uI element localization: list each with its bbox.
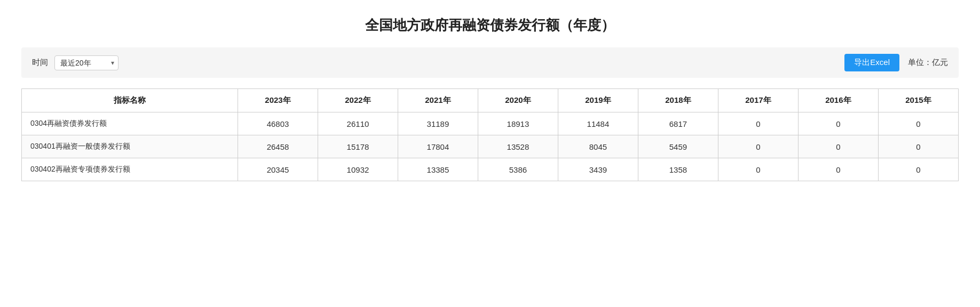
col-header-2019: 2019年 <box>558 89 638 112</box>
cell-value: 18913 <box>478 112 558 135</box>
col-header-2022: 2022年 <box>318 89 398 112</box>
time-select[interactable]: 最近5年 最近10年 最近20年 全部 <box>54 55 118 70</box>
cell-value: 0 <box>878 135 958 158</box>
toolbar: 时间 最近5年 最近10年 最近20年 全部 导出Excel 单位：亿元 <box>21 47 959 78</box>
cell-value: 6817 <box>638 112 718 135</box>
cell-value: 10932 <box>318 158 398 181</box>
cell-value: 26458 <box>238 135 318 158</box>
cell-value: 0 <box>878 158 958 181</box>
col-header-2023: 2023年 <box>238 89 318 112</box>
col-header-2016: 2016年 <box>798 89 878 112</box>
cell-value: 26110 <box>318 112 398 135</box>
col-header-name: 指标名称 <box>22 89 238 112</box>
cell-value: 3439 <box>558 158 638 181</box>
table-header-row: 指标名称 2023年 2022年 2021年 2020年 2019年 2018年… <box>22 89 959 112</box>
cell-indicator-name: 030402再融资专项债券发行额 <box>22 158 238 181</box>
cell-indicator-name: 030401再融资一般债券发行额 <box>22 135 238 158</box>
cell-value: 5459 <box>638 135 718 158</box>
cell-value: 11484 <box>558 112 638 135</box>
col-header-2020: 2020年 <box>478 89 558 112</box>
cell-value: 31189 <box>398 112 478 135</box>
col-header-2021: 2021年 <box>398 89 478 112</box>
table-row: 030402再融资专项债券发行额203451093213385538634391… <box>22 158 959 181</box>
cell-value: 13528 <box>478 135 558 158</box>
cell-value: 8045 <box>558 135 638 158</box>
col-header-2018: 2018年 <box>638 89 718 112</box>
time-select-wrapper[interactable]: 最近5年 最近10年 最近20年 全部 <box>54 55 118 70</box>
cell-value: 17804 <box>398 135 478 158</box>
time-label: 时间 <box>32 58 48 68</box>
cell-value: 13385 <box>398 158 478 181</box>
main-container: 全国地方政府再融资债券发行额（年度） 时间 最近5年 最近10年 最近20年 全… <box>0 0 980 307</box>
cell-value: 20345 <box>238 158 318 181</box>
cell-value: 0 <box>718 158 798 181</box>
cell-value: 0 <box>718 135 798 158</box>
toolbar-left: 时间 最近5年 最近10年 最近20年 全部 <box>32 55 844 70</box>
data-table: 指标名称 2023年 2022年 2021年 2020年 2019年 2018年… <box>21 88 959 181</box>
col-header-2017: 2017年 <box>718 89 798 112</box>
cell-value: 1358 <box>638 158 718 181</box>
table-row: 030401再融资一般债券发行额264581517817804135288045… <box>22 135 959 158</box>
table-row: 0304再融资债券发行额4680326110311891891311484681… <box>22 112 959 135</box>
cell-value: 46803 <box>238 112 318 135</box>
cell-value: 0 <box>798 158 878 181</box>
page-title: 全国地方政府再融资债券发行额（年度） <box>21 11 959 35</box>
cell-value: 5386 <box>478 158 558 181</box>
cell-value: 0 <box>798 135 878 158</box>
cell-value: 0 <box>798 112 878 135</box>
cell-indicator-name: 0304再融资债券发行额 <box>22 112 238 135</box>
unit-label: 单位：亿元 <box>908 58 948 68</box>
col-header-2015: 2015年 <box>878 89 958 112</box>
cell-value: 0 <box>878 112 958 135</box>
export-excel-button[interactable]: 导出Excel <box>844 54 899 71</box>
cell-value: 15178 <box>318 135 398 158</box>
cell-value: 0 <box>718 112 798 135</box>
toolbar-right: 导出Excel 单位：亿元 <box>844 54 948 71</box>
